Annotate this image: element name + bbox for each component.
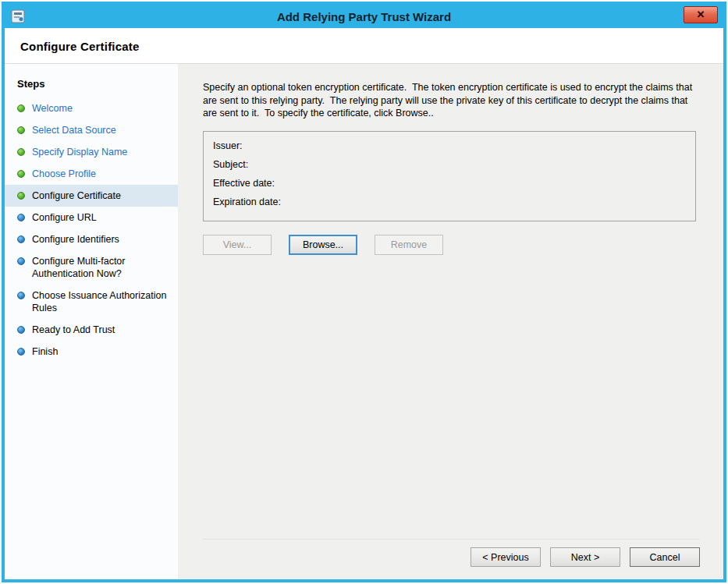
step-current-icon: [17, 192, 25, 200]
step-pending-icon: [17, 292, 25, 299]
effective-date-label: Effective date:: [213, 174, 686, 193]
step-item-choose-issuance-rules: Choose Issuance Authorization Rules: [5, 285, 178, 319]
steps-heading: Steps: [5, 73, 178, 97]
step-item-choose-profile[interactable]: Choose Profile: [5, 163, 178, 185]
window-title: Add Relying Party Trust Wizard: [51, 10, 677, 23]
step-done-icon: [17, 126, 25, 134]
step-label: Welcome: [32, 102, 73, 115]
step-pending-icon: [17, 235, 25, 243]
cancel-button[interactable]: Cancel: [630, 547, 700, 567]
step-label: Select Data Source: [32, 124, 116, 136]
close-icon: ✕: [697, 9, 705, 20]
step-label: Configure Identifiers: [32, 233, 119, 246]
wizard-window: Add Relying Party Trust Wizard ✕ Configu…: [2, 2, 726, 582]
step-done-icon: [17, 148, 25, 156]
step-done-icon: [17, 104, 25, 112]
steps-sidebar: Steps Welcome Select Data Source Specify…: [5, 64, 178, 579]
issuer-label: Issuer:: [213, 136, 686, 155]
expiration-date-label: Expiration date:: [213, 193, 686, 211]
wizard-icon: [11, 9, 25, 23]
step-item-ready-to-add-trust: Ready to Add Trust: [5, 319, 178, 341]
step-item-welcome[interactable]: Welcome: [5, 97, 178, 119]
step-label: Ready to Add Trust: [32, 324, 115, 336]
step-label: Specify Display Name: [32, 146, 127, 158]
steps-list: Welcome Select Data Source Specify Displ…: [5, 97, 178, 363]
view-button: View...: [203, 235, 272, 255]
certificate-details-group: Issuer: Subject: Effective date: Expirat…: [203, 131, 696, 221]
step-label: Configure Multi-factor Authentication No…: [32, 255, 172, 280]
wizard-footer: < Previous Next > Cancel: [203, 539, 700, 579]
step-pending-icon: [17, 326, 25, 334]
step-item-configure-identifiers: Configure Identifiers: [5, 228, 178, 250]
step-label: Configure URL: [32, 211, 97, 224]
step-label: Configure Certificate: [32, 189, 121, 202]
certificate-actions: View... Browse... Remove: [203, 235, 700, 255]
step-pending-icon: [17, 348, 25, 356]
step-item-configure-certificate: Configure Certificate: [5, 185, 178, 207]
step-done-icon: [17, 170, 25, 178]
step-label: Finish: [32, 345, 58, 358]
step-item-select-data-source[interactable]: Select Data Source: [5, 119, 178, 141]
titlebar[interactable]: Add Relying Party Trust Wizard ✕: [5, 5, 723, 28]
step-item-specify-display-name[interactable]: Specify Display Name: [5, 141, 178, 163]
instruction-text: Specify an optional token encryption cer…: [203, 81, 700, 120]
content-area: Specify an optional token encryption cer…: [178, 64, 723, 579]
page-title: Configure Certificate: [20, 40, 723, 53]
remove-button: Remove: [375, 235, 443, 255]
step-item-finish: Finish: [5, 341, 178, 363]
wizard-body: Steps Welcome Select Data Source Specify…: [5, 64, 723, 579]
step-item-configure-url: Configure URL: [5, 207, 178, 228]
next-button[interactable]: Next >: [550, 547, 620, 567]
subject-label: Subject:: [213, 155, 686, 174]
step-item-configure-mfa: Configure Multi-factor Authentication No…: [5, 250, 178, 285]
step-pending-icon: [17, 257, 25, 265]
browse-button[interactable]: Browse...: [289, 235, 357, 255]
step-label: Choose Profile: [32, 168, 96, 180]
step-label: Choose Issuance Authorization Rules: [32, 289, 172, 314]
close-button[interactable]: ✕: [684, 6, 718, 23]
step-pending-icon: [17, 214, 25, 221]
previous-button[interactable]: < Previous: [471, 547, 541, 567]
page-header: Configure Certificate: [5, 28, 723, 64]
